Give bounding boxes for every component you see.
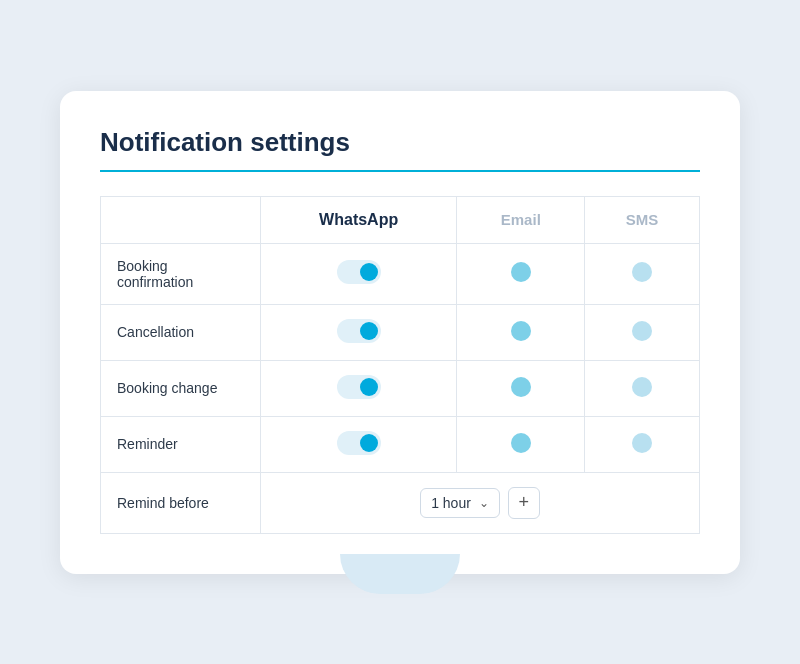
email-dot-cell [457,304,585,360]
col-header-email: Email [457,196,585,243]
sms-dot-cell [585,243,700,304]
whatsapp-toggle-cancellation[interactable] [337,319,381,343]
sms-dot-cell [585,416,700,472]
remind-before-controls-cell: 1 hour ⌄ + [261,472,700,533]
table-row: Booking change [101,360,700,416]
whatsapp-toggle-booking-change[interactable] [337,375,381,399]
email-dot [511,377,531,397]
notification-settings-card: Notification settings WhatsApp Email SMS… [60,91,740,574]
table-row: Cancellation [101,304,700,360]
sms-dot [632,433,652,453]
bottom-arc-decoration [340,554,460,594]
sms-dot-cell [585,360,700,416]
whatsapp-toggle-cell [261,360,457,416]
remind-plus-button[interactable]: + [508,487,540,519]
email-dot [511,433,531,453]
row-label: Reminder [101,416,261,472]
email-dot-cell [457,243,585,304]
row-label: Cancellation [101,304,261,360]
table-header-row: WhatsApp Email SMS [101,196,700,243]
col-header-whatsapp: WhatsApp [261,196,457,243]
chevron-down-icon: ⌄ [479,496,489,510]
title-divider [100,170,700,172]
whatsapp-toggle-booking-confirmation[interactable] [337,260,381,284]
email-dot [511,262,531,282]
table-row: Booking confirmation [101,243,700,304]
email-dot-cell [457,416,585,472]
sms-dot-cell [585,304,700,360]
row-label: Booking change [101,360,261,416]
remind-dropdown-button[interactable]: 1 hour ⌄ [420,488,500,518]
whatsapp-toggle-cell [261,304,457,360]
page-title: Notification settings [100,127,700,158]
remind-dropdown-value: 1 hour [431,495,471,511]
sms-dot [632,321,652,341]
sms-dot [632,262,652,282]
whatsapp-toggle-reminder[interactable] [337,431,381,455]
table-row: Reminder [101,416,700,472]
remind-before-controls: 1 hour ⌄ + [277,487,683,519]
notification-table: WhatsApp Email SMS Booking confirmation [100,196,700,534]
row-label: Booking confirmation [101,243,261,304]
sms-dot [632,377,652,397]
remind-before-row: Remind before 1 hour ⌄ + [101,472,700,533]
email-dot [511,321,531,341]
whatsapp-toggle-cell [261,416,457,472]
whatsapp-toggle-cell [261,243,457,304]
remind-before-label: Remind before [101,472,261,533]
col-header-label [101,196,261,243]
email-dot-cell [457,360,585,416]
col-header-sms: SMS [585,196,700,243]
